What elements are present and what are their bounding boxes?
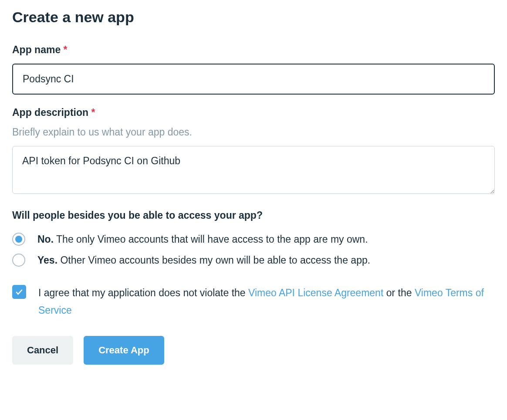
agreement-text: I agree that my application does not vio… [38, 284, 491, 319]
agreement-middle: or the [383, 287, 415, 298]
access-option-yes[interactable]: Yes. Other Vimeo accounts besides my own… [12, 254, 495, 267]
agreement-checkbox[interactable] [12, 285, 26, 299]
button-row: Cancel Create App [12, 336, 495, 365]
app-description-label: App description * [12, 107, 495, 119]
cancel-button[interactable]: Cancel [12, 336, 73, 365]
required-asterisk: * [91, 107, 95, 118]
radio-yes-text: Other Vimeo accounts besides my own will… [57, 254, 370, 266]
app-description-label-text: App description [12, 107, 88, 118]
access-option-no[interactable]: No. The only Vimeo accounts that will ha… [12, 233, 495, 246]
app-name-label: App name * [12, 44, 495, 56]
radio-no-bold: No. [37, 234, 54, 245]
radio-yes[interactable] [12, 254, 25, 267]
access-question-label: Will people besides you be able to acces… [12, 210, 495, 221]
radio-no-text: The only Vimeo accounts that will have a… [54, 234, 368, 245]
required-asterisk: * [64, 44, 68, 55]
page-title: Create a new app [12, 9, 495, 26]
app-name-group: App name * [12, 44, 495, 95]
radio-yes-bold: Yes. [37, 254, 57, 266]
app-name-label-text: App name [12, 44, 61, 55]
check-icon [15, 288, 24, 296]
radio-no[interactable] [12, 233, 25, 246]
app-description-group: App description * Briefly explain to us … [12, 107, 495, 196]
create-app-button[interactable]: Create App [84, 336, 164, 365]
radio-no-label[interactable]: No. The only Vimeo accounts that will ha… [37, 234, 368, 245]
api-license-link[interactable]: Vimeo API License Agreement [248, 287, 383, 298]
app-description-help: Briefly explain to us what your app does… [12, 126, 495, 138]
app-description-input[interactable]: API token for Podsync CI on Github [12, 146, 495, 194]
radio-yes-label[interactable]: Yes. Other Vimeo accounts besides my own… [37, 254, 370, 266]
app-name-input[interactable] [12, 64, 495, 95]
agreement-row: I agree that my application does not vio… [12, 284, 495, 319]
agreement-prefix: I agree that my application does not vio… [38, 287, 248, 298]
